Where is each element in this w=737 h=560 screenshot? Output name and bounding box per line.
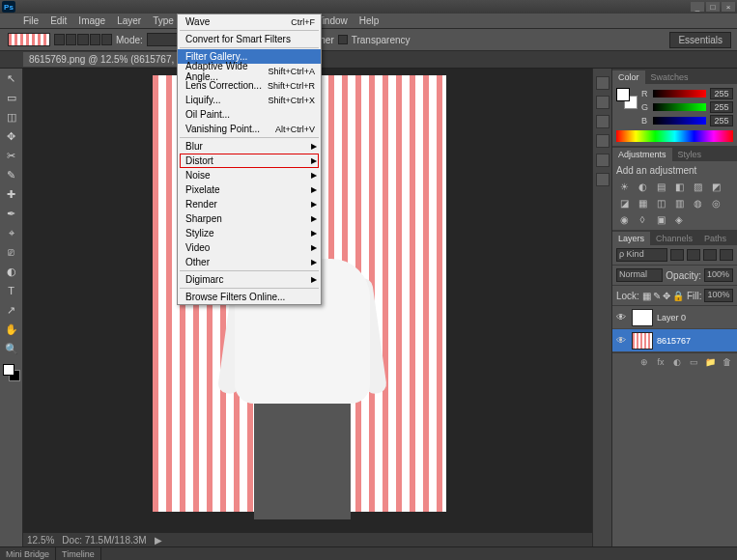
gradient-type-reflected[interactable] bbox=[90, 34, 100, 45]
channel-value[interactable]: 255 bbox=[710, 88, 733, 99]
gradient-type-diamond[interactable] bbox=[101, 34, 112, 45]
lock-icon[interactable]: ✥ bbox=[663, 291, 670, 301]
tool-item[interactable]: ↖ bbox=[3, 70, 20, 86]
tool-item[interactable]: ✂ bbox=[3, 148, 20, 163]
menu-item-digimarc[interactable]: Digimarc▶ bbox=[178, 272, 321, 287]
tool-item[interactable]: ↗ bbox=[3, 302, 20, 318]
layer-filter-icon[interactable] bbox=[687, 249, 700, 261]
workspace-switcher[interactable]: Essentials bbox=[669, 32, 731, 48]
adjustment-icon[interactable]: ◊ bbox=[635, 212, 650, 226]
layer-row[interactable]: 👁8615767 bbox=[612, 329, 737, 352]
visibility-icon[interactable]: 👁 bbox=[616, 312, 628, 322]
adjustment-icon[interactable]: ◪ bbox=[616, 196, 632, 210]
tool-item[interactable]: ◐ bbox=[3, 264, 20, 279]
layers-footer-icon[interactable]: ◐ bbox=[670, 356, 684, 368]
layers-footer-icon[interactable]: 📁 bbox=[703, 356, 717, 368]
menu-item-other[interactable]: Other▶ bbox=[178, 255, 321, 269]
menu-item-pixelate[interactable]: Pixelate▶ bbox=[178, 182, 321, 197]
color-slider[interactable] bbox=[653, 103, 706, 111]
tool-item[interactable]: ✚ bbox=[3, 186, 20, 202]
menu-item-adaptive-wide-angle[interactable]: Adaptive Wide Angle...Shift+Ctrl+A bbox=[178, 64, 321, 78]
status-arrow-icon[interactable]: ▶ bbox=[155, 535, 162, 546]
menu-item-vanishing-point[interactable]: Vanishing Point...Alt+Ctrl+V bbox=[178, 122, 321, 136]
adjustment-icon[interactable]: ◍ bbox=[690, 196, 705, 210]
tab-paths[interactable]: Paths bbox=[698, 232, 732, 245]
layer-thumbnail[interactable] bbox=[632, 309, 653, 326]
adjustment-icon[interactable]: ☀ bbox=[616, 180, 632, 193]
maximize-button[interactable]: □ bbox=[706, 2, 720, 12]
tab-adjustments[interactable]: Adjustments bbox=[612, 148, 672, 161]
gradient-type-angle[interactable] bbox=[77, 34, 88, 45]
dock-panel-icon[interactable] bbox=[596, 154, 609, 167]
lock-icon[interactable]: ✎ bbox=[653, 291, 661, 301]
tab-timeline[interactable]: Timeline bbox=[56, 547, 101, 560]
dock-panel-icon[interactable] bbox=[596, 173, 609, 186]
dock-panel-icon[interactable] bbox=[596, 134, 609, 148]
transparency-checkbox[interactable] bbox=[338, 35, 348, 44]
tool-item[interactable]: ✥ bbox=[3, 128, 20, 144]
tool-item[interactable]: ✎ bbox=[3, 167, 20, 182]
adjustment-icon[interactable]: ◈ bbox=[671, 212, 687, 226]
tab-layers[interactable]: Layers bbox=[612, 232, 650, 245]
menu-item-liquify[interactable]: Liquify...Shift+Ctrl+X bbox=[178, 93, 321, 107]
menu-item-distort[interactable]: Distort▶ bbox=[178, 154, 321, 168]
layer-thumbnail[interactable] bbox=[632, 332, 653, 350]
zoom-level[interactable]: 12.5% bbox=[27, 535, 54, 546]
layers-footer-icon[interactable]: ▭ bbox=[687, 356, 700, 368]
menu-item-wave[interactable]: WaveCtrl+F bbox=[178, 14, 321, 29]
adjustment-icon[interactable]: ◉ bbox=[616, 212, 632, 226]
blend-mode-select[interactable]: Normal bbox=[616, 268, 663, 282]
adjustment-icon[interactable]: ◧ bbox=[671, 180, 687, 193]
tool-item[interactable]: ✋ bbox=[3, 322, 20, 337]
close-button[interactable]: × bbox=[722, 2, 735, 12]
channel-value[interactable]: 255 bbox=[710, 115, 733, 126]
menu-edit[interactable]: Edit bbox=[44, 14, 72, 28]
menu-item-render[interactable]: Render▶ bbox=[178, 197, 321, 211]
dock-panel-icon[interactable] bbox=[596, 96, 609, 109]
tool-item[interactable]: T bbox=[3, 283, 20, 298]
menu-layer[interactable]: Layer bbox=[111, 14, 147, 28]
fill-value[interactable]: 100% bbox=[704, 289, 733, 302]
gradient-preview[interactable] bbox=[8, 33, 50, 46]
dock-panel-icon[interactable] bbox=[596, 76, 609, 90]
layer-filter-icon[interactable] bbox=[720, 249, 733, 261]
adjustment-icon[interactable]: ◐ bbox=[635, 180, 650, 193]
color-slider[interactable] bbox=[653, 90, 706, 98]
layer-filter-icon[interactable] bbox=[703, 249, 717, 261]
adjustment-icon[interactable]: ▥ bbox=[671, 196, 687, 210]
menu-help[interactable]: Help bbox=[354, 14, 385, 28]
layers-footer-icon[interactable]: fx bbox=[654, 356, 667, 368]
menu-item-stylize[interactable]: Stylize▶ bbox=[178, 226, 321, 240]
menu-item-browse-filters-online[interactable]: Browse Filters Online... bbox=[178, 290, 321, 304]
tab-swatches[interactable]: Swatches bbox=[645, 70, 694, 84]
tab-styles[interactable]: Styles bbox=[672, 148, 708, 161]
adjustment-icon[interactable]: ▣ bbox=[653, 212, 668, 226]
lock-icon[interactable]: 🔒 bbox=[672, 291, 684, 301]
dock-panel-icon[interactable] bbox=[596, 115, 609, 128]
layers-footer-icon[interactable]: ⊕ bbox=[638, 356, 651, 368]
channel-value[interactable]: 255 bbox=[710, 101, 733, 113]
layer-filter-kind[interactable]: ρ Kind bbox=[616, 248, 667, 262]
menu-type[interactable]: Type bbox=[147, 14, 180, 28]
adjustment-icon[interactable]: ▦ bbox=[635, 196, 650, 210]
layers-footer-icon[interactable]: 🗑 bbox=[720, 356, 733, 368]
gradient-type-radial[interactable] bbox=[66, 34, 76, 45]
layer-filter-icon[interactable] bbox=[670, 249, 684, 261]
menu-item-video[interactable]: Video▶ bbox=[178, 240, 321, 255]
fg-bg-swatch[interactable] bbox=[616, 88, 638, 109]
color-ramp[interactable] bbox=[616, 130, 733, 142]
adjustment-icon[interactable]: ▨ bbox=[690, 180, 705, 193]
tab-color[interactable]: Color bbox=[612, 70, 645, 84]
color-slider[interactable] bbox=[653, 117, 706, 125]
adjustment-icon[interactable]: ▤ bbox=[653, 180, 668, 193]
tool-item[interactable]: 🔍 bbox=[3, 341, 20, 356]
tool-item[interactable]: ✒ bbox=[3, 206, 20, 221]
menu-item-lens-correction[interactable]: Lens Correction...Shift+Ctrl+R bbox=[178, 78, 321, 93]
visibility-icon[interactable]: 👁 bbox=[616, 335, 628, 346]
layer-row[interactable]: 👁Layer 0 bbox=[612, 306, 737, 329]
menu-item-convert-for-smart-filters[interactable]: Convert for Smart Filters bbox=[178, 32, 321, 46]
tab-mini-bridge[interactable]: Mini Bridge bbox=[0, 547, 56, 560]
tool-item[interactable]: ▭ bbox=[3, 90, 20, 105]
adjustment-icon[interactable]: ◫ bbox=[653, 196, 668, 210]
fg-bg-colors[interactable] bbox=[3, 364, 20, 381]
